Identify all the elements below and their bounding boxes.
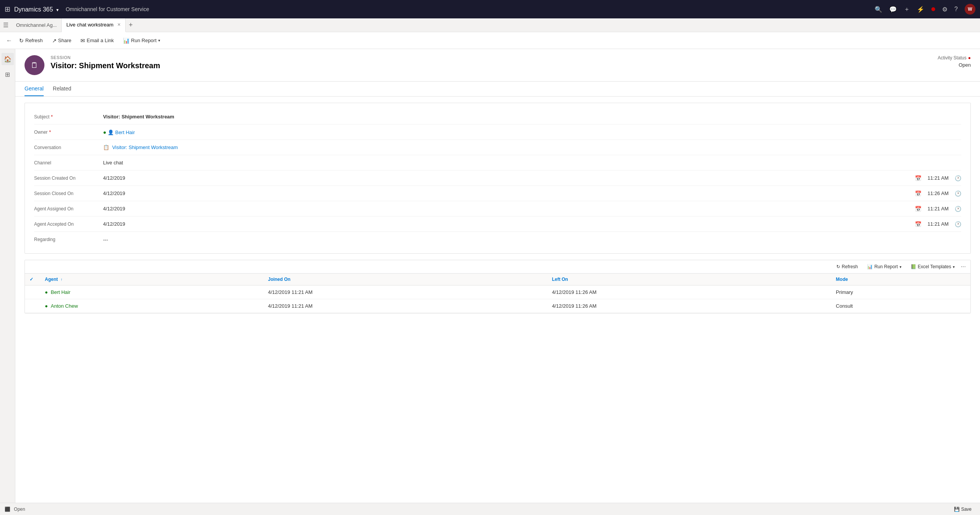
search-button[interactable]: 🔍 xyxy=(875,6,882,13)
agent-accepted-cal-icon[interactable]: 📅 xyxy=(915,221,921,227)
agent-assigned-datetime: 4/12/2019 📅 11:21 AM 🕐 xyxy=(103,206,961,212)
owner-link[interactable]: Bert Hair xyxy=(115,130,135,135)
back-button[interactable]: ← xyxy=(5,36,14,45)
row1-agent: ● Bert Hair xyxy=(40,285,263,299)
form-row-owner: Owner * ● 👤 Bert Hair xyxy=(34,125,961,140)
tab-general[interactable]: General xyxy=(25,82,44,96)
record-type: SESSION xyxy=(51,55,160,60)
help-bot-button[interactable]: 💬 xyxy=(889,6,897,13)
form-row-agent-accepted: Agent Accepted On 4/12/2019 📅 11:21 AM 🕐 xyxy=(34,216,961,232)
record-icon: 🗒 xyxy=(25,55,44,75)
row1-mode: Primary xyxy=(831,285,970,299)
filter-button[interactable]: ⚡ xyxy=(917,6,924,13)
user-avatar[interactable]: W xyxy=(965,4,975,15)
email-icon: ✉ xyxy=(80,38,85,44)
record-name: Visitor: Shipment Workstream xyxy=(51,61,160,70)
subgrid-run-report-chevron: ▾ xyxy=(900,265,901,269)
record-icon-symbol: 🗒 xyxy=(31,61,38,70)
app-title-chevron[interactable]: ▾ xyxy=(56,7,59,13)
grid-icon[interactable]: ⊞ xyxy=(5,5,10,13)
status-bar-text: Open xyxy=(14,507,25,512)
tab-livechat[interactable]: Live chat workstream ✕ xyxy=(62,18,126,32)
subgrid-check-header[interactable]: ✓ xyxy=(25,274,40,285)
agent-accepted-label: Agent Accepted On xyxy=(34,221,103,227)
activity-status-label-text: Activity Status xyxy=(937,55,966,61)
regarding-value: --- xyxy=(103,237,961,243)
agent-accepted-clock-icon[interactable]: 🕐 xyxy=(955,221,961,227)
subgrid-table: ✓ Agent ↑ Joined On Left On xyxy=(25,274,970,313)
subgrid-run-report-label: Run Report xyxy=(874,264,898,269)
top-nav-right: 🔍 💬 ＋ ⚡ ⚙ ? W xyxy=(875,4,975,15)
subgrid-excel-icon: 📗 xyxy=(911,264,916,269)
conversation-value: 📋 Visitor: Shipment Workstream xyxy=(103,144,961,150)
owner-label-text: Owner xyxy=(34,130,48,135)
record-header: 🗒 SESSION Visitor: Shipment Workstream A… xyxy=(15,49,980,82)
email-link-label: Email a Link xyxy=(87,38,114,43)
subgrid-mode-header[interactable]: Mode xyxy=(831,274,970,285)
row1-agent-dot: ● xyxy=(45,289,48,295)
owner-value: ● 👤 Bert Hair xyxy=(103,129,961,135)
conversation-link[interactable]: Visitor: Shipment Workstream xyxy=(112,144,178,150)
save-label: Save xyxy=(961,507,972,512)
tab-close-icon[interactable]: ✕ xyxy=(117,22,121,27)
save-button[interactable]: 💾 Save xyxy=(950,505,975,513)
status-bar-left: ⬛ Open xyxy=(5,507,25,512)
session-created-clock-icon[interactable]: 🕐 xyxy=(955,175,961,181)
module-title: Omnichannel for Customer Service xyxy=(66,6,149,12)
row2-check[interactable] xyxy=(25,299,40,313)
session-closed-cal-icon[interactable]: 📅 xyxy=(915,190,921,197)
tab-related[interactable]: Related xyxy=(53,82,71,96)
add-button[interactable]: ＋ xyxy=(904,5,910,13)
subject-value[interactable]: Visitor: Shipment Workstream xyxy=(103,114,961,120)
row1-check[interactable] xyxy=(25,285,40,299)
form-row-agent-assigned: Agent Assigned On 4/12/2019 📅 11:21 AM 🕐 xyxy=(34,201,961,216)
session-closed-value: 4/12/2019 📅 11:26 AM 🕐 xyxy=(103,190,961,197)
session-closed-date: 4/12/2019 xyxy=(103,190,912,196)
share-label: Share xyxy=(58,38,72,43)
session-created-cal-icon[interactable]: 📅 xyxy=(915,175,921,181)
row2-agent-link[interactable]: Anton Chew xyxy=(51,303,78,309)
help-button[interactable]: ? xyxy=(954,6,958,13)
left-sidebar: 🏠 ⊞ xyxy=(0,49,15,515)
row2-joinedon: 4/12/2019 11:21 AM xyxy=(263,299,547,313)
agent-assigned-label: Agent Assigned On xyxy=(34,206,103,212)
run-report-chevron: ▾ xyxy=(158,38,160,43)
share-button[interactable]: ↗ Share xyxy=(48,36,75,45)
owner-status-icon: ● xyxy=(103,129,106,135)
tab-livechat-label: Live chat workstream xyxy=(66,22,113,28)
lefton-header-label: Left On xyxy=(552,277,568,282)
subgrid-excel-chevron: ▾ xyxy=(953,265,955,269)
form-row-regarding: Regarding --- xyxy=(34,232,961,247)
email-link-button[interactable]: ✉ Email a Link xyxy=(77,36,118,45)
tab-add-button[interactable]: + xyxy=(126,21,136,29)
status-bar-right: 💾 Save xyxy=(950,505,975,513)
subgrid-more-button[interactable]: ··· xyxy=(961,263,966,270)
session-created-date: 4/12/2019 xyxy=(103,175,912,181)
sidebar-record-icon[interactable]: ⊞ xyxy=(2,68,14,80)
sidebar-toggle[interactable]: ☰ xyxy=(3,21,8,29)
sidebar-home-icon[interactable]: 🏠 xyxy=(2,53,14,65)
row1-agent-link[interactable]: Bert Hair xyxy=(51,289,70,295)
subgrid-excel-button[interactable]: 📗 Excel Templates ▾ xyxy=(908,262,958,271)
subgrid-joinedon-header[interactable]: Joined On xyxy=(263,274,547,285)
save-icon: 💾 xyxy=(954,507,960,512)
agent-accepted-date: 4/12/2019 xyxy=(103,221,912,227)
subgrid-toolbar: ↻ Refresh 📊 Run Report ▾ 📗 Excel Templat… xyxy=(25,260,970,274)
tab-bar: ☰ Omnichannel Ag... Live chat workstream… xyxy=(0,18,980,32)
subgrid-run-report-button[interactable]: 📊 Run Report ▾ xyxy=(864,262,904,271)
agent-assigned-cal-icon[interactable]: 📅 xyxy=(915,206,921,212)
subject-required: * xyxy=(51,114,53,120)
refresh-button[interactable]: ↻ Refresh xyxy=(15,36,47,45)
session-closed-clock-icon[interactable]: 🕐 xyxy=(955,190,961,197)
agent-accepted-time: 11:21 AM xyxy=(928,221,949,227)
share-icon: ↗ xyxy=(52,38,57,44)
subgrid-lefton-header[interactable]: Left On xyxy=(547,274,831,285)
run-report-button[interactable]: 📊 Run Report ▾ xyxy=(119,36,164,45)
agent-assigned-clock-icon[interactable]: 🕐 xyxy=(955,206,961,212)
tab-omnichannel[interactable]: Omnichannel Ag... xyxy=(11,18,62,32)
subgrid-refresh-button[interactable]: ↻ Refresh xyxy=(833,262,861,271)
row2-mode: Consult xyxy=(831,299,970,313)
subgrid-agent-header[interactable]: Agent ↑ xyxy=(40,274,263,285)
settings-button[interactable]: ⚙ xyxy=(942,6,947,13)
content-tabs: General Related xyxy=(15,82,980,97)
